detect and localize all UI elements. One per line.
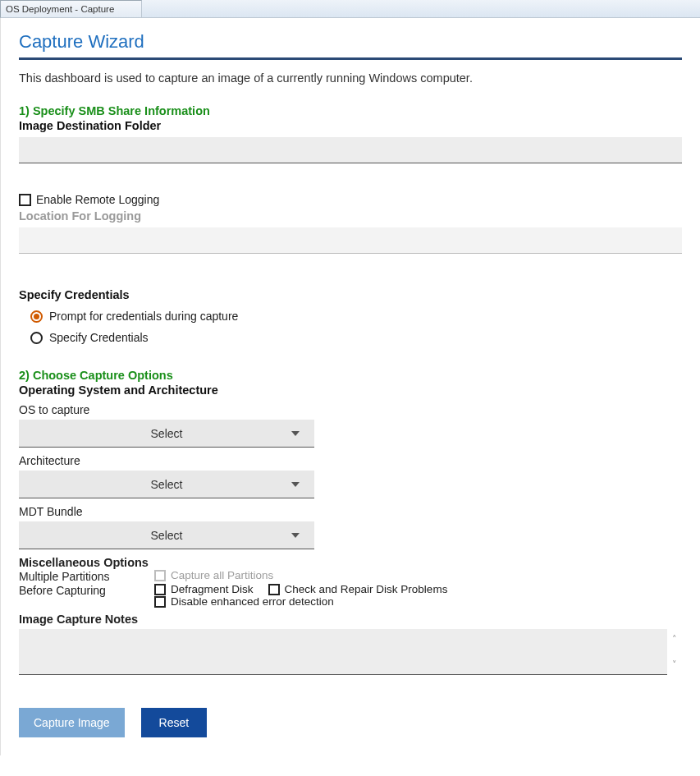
reset-button[interactable]: Reset <box>141 708 208 737</box>
radio-prompt-label: Prompt for credentials during capture <box>49 310 238 323</box>
mdt-label: MDT Bundle <box>19 505 682 518</box>
image-destination-label: Image Destination Folder <box>19 119 682 132</box>
defragment-checkbox[interactable] <box>154 584 166 595</box>
radio-specify-row[interactable]: Specify Credentials <box>30 331 682 344</box>
chevron-down-icon <box>291 482 300 487</box>
credentials-heading: Specify Credentials <box>19 288 682 301</box>
before-capturing-row: Before Capturing Defragment Disk Check a… <box>19 583 682 608</box>
scroll-up-icon[interactable]: ˄ <box>672 634 677 645</box>
mdt-select[interactable]: Select <box>19 521 314 549</box>
os-arch-heading: Operating System and Architecture <box>19 383 682 397</box>
window-title-text: OS Deployment - Capture <box>6 4 114 14</box>
multiple-partitions-label: Multiple Partitions <box>19 569 154 583</box>
enable-remote-logging-label: Enable Remote Logging <box>36 193 159 206</box>
os-select-value: Select <box>151 427 183 440</box>
window-title-tab: OS Deployment - Capture <box>0 0 142 18</box>
mdt-select-value: Select <box>151 529 183 542</box>
radio-specify-label: Specify Credentials <box>49 331 149 344</box>
notes-textarea[interactable] <box>19 629 667 675</box>
capture-all-partitions-label: Capture all Partitions <box>171 569 273 581</box>
os-select[interactable]: Select <box>19 420 314 448</box>
enable-remote-logging-checkbox[interactable] <box>19 194 31 206</box>
section2-heading: 2) Choose Capture Options <box>19 369 682 382</box>
chevron-down-icon <box>291 431 300 436</box>
capture-all-partitions-option: Capture all Partitions <box>154 569 273 581</box>
disable-error-label: Disable enhanced error detection <box>171 595 334 608</box>
notes-scrollbar[interactable]: ˄ ˅ <box>667 629 682 675</box>
chkdsk-option[interactable]: Check and Repair Disk Problems <box>268 583 448 595</box>
chevron-down-icon <box>291 533 300 538</box>
radio-specify[interactable] <box>30 332 43 344</box>
scroll-down-icon[interactable]: ˅ <box>672 659 677 670</box>
radio-prompt[interactable] <box>30 310 43 323</box>
os-label: OS to capture <box>19 403 682 416</box>
capture-all-partitions-checkbox <box>154 570 166 581</box>
page-title: Capture Wizard <box>19 26 682 57</box>
misc-heading: Miscellaneous Options <box>19 556 682 569</box>
arch-select[interactable]: Select <box>19 471 314 498</box>
multiple-partitions-row: Multiple Partitions Capture all Partitio… <box>19 569 682 583</box>
capture-image-button[interactable]: Capture Image <box>19 708 125 737</box>
wizard-content: Capture Wizard This dashboard is used to… <box>0 18 700 755</box>
chkdsk-checkbox[interactable] <box>268 584 280 595</box>
button-row: Capture Image Reset <box>19 708 682 737</box>
before-capturing-label: Before Capturing <box>19 583 154 597</box>
disable-error-option[interactable]: Disable enhanced error detection <box>154 595 447 608</box>
page-description: This dashboard is used to capture an ima… <box>19 71 682 85</box>
notes-label: Image Capture Notes <box>19 613 682 626</box>
arch-select-value: Select <box>151 478 183 491</box>
enable-remote-logging-row[interactable]: Enable Remote Logging <box>19 193 682 206</box>
window-titlebar: OS Deployment - Capture <box>0 0 700 18</box>
disable-error-checkbox[interactable] <box>154 596 166 608</box>
defragment-label: Defragment Disk <box>171 583 254 595</box>
logging-location-input <box>19 227 682 254</box>
logging-location-label: Location For Logging <box>19 209 682 223</box>
section1-heading: 1) Specify SMB Share Information <box>19 104 682 117</box>
image-destination-input[interactable] <box>19 137 682 163</box>
title-divider <box>19 57 682 60</box>
radio-prompt-row[interactable]: Prompt for credentials during capture <box>30 310 682 323</box>
chkdsk-label: Check and Repair Disk Problems <box>285 583 448 595</box>
defragment-option[interactable]: Defragment Disk <box>154 583 254 595</box>
arch-label: Architecture <box>19 454 682 467</box>
